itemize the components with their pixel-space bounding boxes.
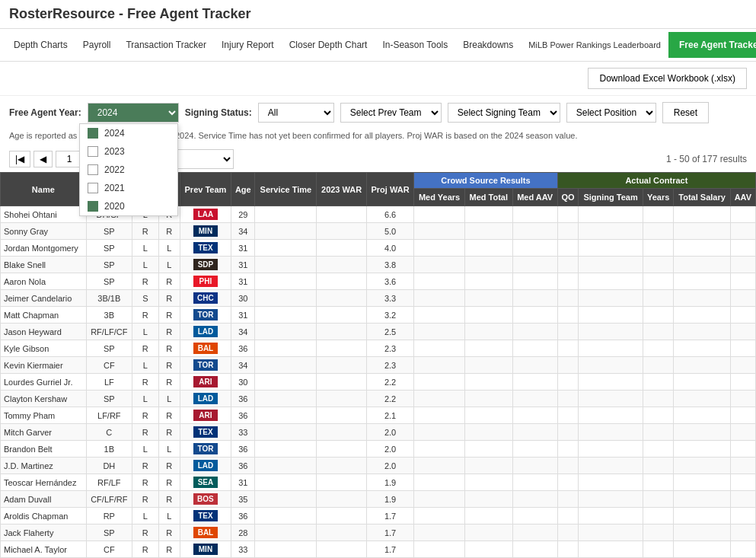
cell-med-total bbox=[464, 374, 512, 391]
cell-team: MIN bbox=[180, 223, 231, 240]
cell-bats: R bbox=[132, 474, 159, 491]
cell-thr: R bbox=[158, 340, 180, 357]
year-option-2024[interactable]: 2024 bbox=[80, 124, 177, 142]
cell-bats: L bbox=[132, 240, 159, 257]
cell-med-total bbox=[464, 240, 512, 257]
cell-proj-war: 2.2 bbox=[366, 374, 413, 391]
cell-qo bbox=[557, 474, 579, 491]
cell-years bbox=[643, 374, 673, 391]
position-select[interactable]: Select Position bbox=[566, 103, 656, 123]
cell-war2023 bbox=[317, 458, 367, 474]
cell-total-salary bbox=[674, 458, 730, 474]
cell-signing-team bbox=[579, 340, 643, 357]
year-select[interactable]: 2024 bbox=[88, 103, 179, 123]
prev-page-button[interactable]: ◀ bbox=[33, 151, 53, 167]
cell-total-salary bbox=[674, 257, 730, 273]
cell-thr: L bbox=[158, 240, 180, 257]
cell-war2023 bbox=[317, 508, 367, 525]
col-name: Name bbox=[1, 173, 87, 206]
cell-signing-team bbox=[579, 541, 643, 558]
first-page-button[interactable]: |◀ bbox=[9, 151, 30, 167]
nav-depth-charts[interactable]: Depth Charts bbox=[6, 29, 75, 61]
cell-proj-war: 1.9 bbox=[366, 491, 413, 508]
cell-years bbox=[643, 508, 673, 525]
filter-row: Free Agent Year: 2024 2024 2023 2022 202… bbox=[0, 96, 756, 129]
cell-total-salary bbox=[674, 491, 730, 508]
cell-total-salary bbox=[674, 441, 730, 458]
cell-proj-war: 6.6 bbox=[366, 206, 413, 223]
nav-milb-power-rankings[interactable]: MiLB Power Rankings Leaderboard bbox=[521, 33, 668, 56]
nav-payroll[interactable]: Payroll bbox=[75, 29, 119, 61]
cell-svc bbox=[255, 491, 317, 508]
cell-war2023 bbox=[317, 240, 367, 257]
nav-closer-depth-chart[interactable]: Closer Depth Chart bbox=[282, 29, 375, 61]
cell-war2023 bbox=[317, 257, 367, 273]
cell-med-total bbox=[464, 541, 512, 558]
cell-svc bbox=[255, 525, 317, 541]
cell-thr: R bbox=[158, 424, 180, 441]
cell-svc bbox=[255, 458, 317, 474]
cell-med-total bbox=[464, 257, 512, 273]
cell-signing-team bbox=[579, 324, 643, 340]
prev-team-select[interactable]: Select Prev Team bbox=[340, 103, 442, 123]
cell-thr: R bbox=[158, 290, 180, 307]
cell-med-total bbox=[464, 391, 512, 407]
cell-age: 29 bbox=[231, 206, 255, 223]
reset-button[interactable]: Reset bbox=[662, 102, 709, 123]
signing-status-select[interactable]: All bbox=[258, 103, 334, 123]
cell-signing-team bbox=[579, 407, 643, 424]
cell-aav bbox=[730, 257, 755, 273]
year-option-2022[interactable]: 2022 bbox=[80, 161, 177, 179]
cell-bats: R bbox=[132, 491, 159, 508]
cell-thr: R bbox=[158, 273, 180, 290]
cell-svc bbox=[255, 223, 317, 240]
cell-years bbox=[643, 474, 673, 491]
cell-qo bbox=[557, 340, 579, 357]
table-row: Kyle Gibson SP R R BAL 36 2.3 bbox=[1, 340, 756, 357]
nav-in-season-tools[interactable]: In-Season Tools bbox=[375, 29, 455, 61]
table-row: Kevin Kiermaier CF L R TOR 34 2.3 bbox=[1, 357, 756, 374]
cell-age: 31 bbox=[231, 273, 255, 290]
cell-qo bbox=[557, 391, 579, 407]
cell-age: 34 bbox=[231, 357, 255, 374]
table-row: Aaron Nola SP R R PHI 31 3.6 bbox=[1, 273, 756, 290]
signing-team-select[interactable]: Select Signing Team bbox=[448, 103, 560, 123]
cell-team: LAD bbox=[180, 391, 231, 407]
cell-med-years bbox=[414, 541, 465, 558]
cell-med-years bbox=[414, 441, 465, 458]
cell-pos: LF bbox=[86, 374, 132, 391]
cell-name: Michael A. Taylor bbox=[1, 541, 87, 558]
col-prev-team: Prev Team bbox=[180, 173, 231, 206]
cell-total-salary bbox=[674, 474, 730, 491]
cell-pos: CF/LF/RF bbox=[86, 491, 132, 508]
nav-injury-report[interactable]: Injury Report bbox=[214, 29, 282, 61]
cell-aav bbox=[730, 491, 755, 508]
year-option-2020[interactable]: 2020 bbox=[80, 197, 177, 215]
cell-bats: L bbox=[132, 324, 159, 340]
nav-free-agent-tracker[interactable]: Free Agent Tracker bbox=[668, 32, 756, 58]
table-row: Tommy Pham LF/RF R R ARI 36 2.1 bbox=[1, 407, 756, 424]
col-med-years: Med Years bbox=[414, 189, 465, 206]
cell-proj-war: 1.7 bbox=[366, 525, 413, 541]
cell-med-years bbox=[414, 290, 465, 307]
cell-name: Jordan Montgomery bbox=[1, 240, 87, 257]
cell-bats: S bbox=[132, 290, 159, 307]
cell-war2023 bbox=[317, 491, 367, 508]
year-option-2023[interactable]: 2023 bbox=[80, 142, 177, 161]
cell-med-aav bbox=[512, 223, 557, 240]
cell-name: Kyle Gibson bbox=[1, 340, 87, 357]
download-button[interactable]: Download Excel Workbook (.xlsx) bbox=[588, 68, 747, 89]
cell-aav bbox=[730, 240, 755, 257]
cell-pos: SP bbox=[86, 391, 132, 407]
cell-qo bbox=[557, 525, 579, 541]
nav-breakdowns[interactable]: Breakdowns bbox=[455, 29, 521, 61]
col-signing-team: Signing Team bbox=[579, 189, 643, 206]
cell-svc bbox=[255, 240, 317, 257]
cell-proj-war: 4.0 bbox=[366, 240, 413, 257]
year-checkbox-2020 bbox=[88, 201, 98, 212]
cell-aav bbox=[730, 206, 755, 223]
year-option-2021[interactable]: 2021 bbox=[80, 179, 177, 197]
table-row: Clayton Kershaw SP L L LAD 36 2.2 bbox=[1, 391, 756, 407]
cell-signing-team bbox=[579, 491, 643, 508]
nav-transaction-tracker[interactable]: Transaction Tracker bbox=[118, 29, 214, 61]
